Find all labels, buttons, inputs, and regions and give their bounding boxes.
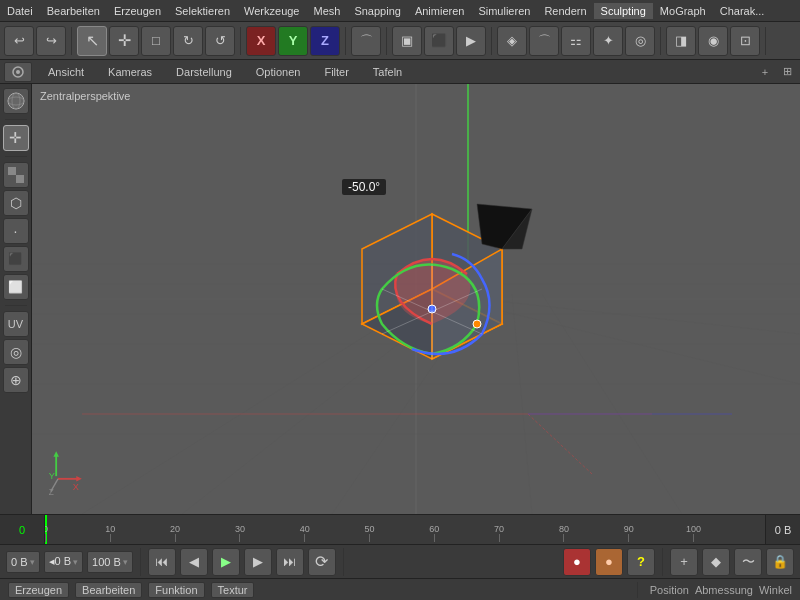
play-button[interactable]: ▶ [212, 548, 240, 576]
repeat-button[interactable]: ↺ [205, 26, 235, 56]
loop-button[interactable]: ⟳ [308, 548, 336, 576]
box-tool-button[interactable]: □ [141, 26, 171, 56]
film-button[interactable]: ▣ [392, 26, 422, 56]
status-bearbeiten[interactable]: Bearbeiten [75, 582, 142, 598]
create-tool-button[interactable]: ✛ [109, 26, 139, 56]
frame-sub-value: ◂0 B [49, 555, 72, 568]
frame-sub-arrow[interactable]: ▾ [73, 557, 78, 567]
cube-object [322, 194, 542, 414]
menu-simulieren[interactable]: Simulieren [471, 3, 537, 19]
status-right: Position Abmessung Winkel [650, 584, 792, 596]
poly-mode-button[interactable]: ⬜ [3, 274, 29, 300]
main-area: ✛ ⬡ · ⬛ ⬜ UV ◎ ⊕ [0, 84, 800, 514]
menu-rendern[interactable]: Rendern [537, 3, 593, 19]
help-button[interactable]: ? [627, 548, 655, 576]
record-button[interactable]: ● [563, 548, 591, 576]
transport-sep-1 [140, 548, 141, 576]
status-erzeugen[interactable]: Erzeugen [8, 582, 69, 598]
vp-expand-button[interactable]: + [756, 63, 774, 81]
timeline-tick: 70 [499, 515, 500, 544]
checkerboard-button[interactable] [3, 162, 29, 188]
viewport-options-icon[interactable] [4, 62, 32, 82]
left-toolbar: ✛ ⬡ · ⬛ ⬜ UV ◎ ⊕ [0, 84, 32, 514]
timeline-tick: 100 [693, 515, 694, 544]
svg-rect-7 [8, 175, 16, 183]
menu-mograph[interactable]: MoGraph [653, 3, 713, 19]
curve-button[interactable]: 〜 [734, 548, 762, 576]
svg-marker-41 [53, 451, 59, 457]
axis-button[interactable]: ⊕ [3, 367, 29, 393]
timeline-end-label: 0 B [765, 515, 800, 544]
floor-button[interactable]: ⊡ [730, 26, 760, 56]
timeline-tick: 90 [628, 515, 629, 544]
boole-button[interactable]: ◎ [625, 26, 655, 56]
menu-mesh[interactable]: Mesh [306, 3, 347, 19]
go-start-button[interactable]: ⏮ [148, 548, 176, 576]
snap-tool-button[interactable]: + [670, 548, 698, 576]
fracture-button[interactable]: ✦ [593, 26, 623, 56]
step-forward-button[interactable]: ▶ [244, 548, 272, 576]
render-region-button[interactable]: ⬛ [424, 26, 454, 56]
svg-line-21 [542, 294, 682, 514]
step-back-button[interactable]: ◀ [180, 548, 208, 576]
play-clip-button[interactable]: ▶ [456, 26, 486, 56]
transport-sep-2 [343, 548, 344, 576]
edge-mode-button[interactable]: ⬛ [3, 246, 29, 272]
record-orange-button[interactable]: ● [595, 548, 623, 576]
lock-button[interactable]: 🔒 [766, 548, 794, 576]
camera-button[interactable]: ◨ [666, 26, 696, 56]
key-button[interactable]: ◆ [702, 548, 730, 576]
menu-werkzeuge[interactable]: Werkzeuge [237, 3, 306, 19]
vp-menu-darstellung[interactable]: Darstellung [168, 64, 240, 80]
frame-sub-field[interactable]: ◂0 B ▾ [44, 551, 84, 573]
vp-menu-filter[interactable]: Filter [316, 64, 356, 80]
menu-datei[interactable]: Datei [0, 3, 40, 19]
snap-button[interactable]: ◎ [3, 339, 29, 365]
vp-menu-kameras[interactable]: Kameras [100, 64, 160, 80]
status-funktion[interactable]: Funktion [148, 582, 204, 598]
vp-menu-optionen[interactable]: Optionen [248, 64, 309, 80]
menu-bearbeiten[interactable]: Bearbeiten [40, 3, 107, 19]
bend-button[interactable]: ⌒ [529, 26, 559, 56]
frame-field[interactable]: 0 B ▾ [6, 551, 40, 573]
axis-z-button[interactable]: Z [310, 26, 340, 56]
surface-button[interactable]: ⬡ [3, 190, 29, 216]
wrap-button[interactable]: ⌒ [351, 26, 381, 56]
go-end-button[interactable]: ⏭ [276, 548, 304, 576]
menu-snapping[interactable]: Snapping [347, 3, 408, 19]
menu-selektieren[interactable]: Selektieren [168, 3, 237, 19]
axis-x-button[interactable]: X [246, 26, 276, 56]
menu-sculpting[interactable]: Sculpting [594, 3, 653, 19]
rotate-button[interactable]: ↻ [173, 26, 203, 56]
uvw-button[interactable]: UV [3, 311, 29, 337]
timeline-track[interactable]: 0102030405060708090100 [45, 515, 765, 544]
move-tool-button[interactable]: ✛ [3, 125, 29, 151]
frame-arrow[interactable]: ▾ [30, 557, 35, 567]
undo-button[interactable]: ↩ [4, 26, 34, 56]
menu-animieren[interactable]: Animieren [408, 3, 472, 19]
status-left: Erzeugen Bearbeiten Funktion Textur [8, 582, 254, 598]
timeline-tick: 30 [239, 515, 240, 544]
redo-button[interactable]: ↪ [36, 26, 66, 56]
status-textur[interactable]: Textur [211, 582, 255, 598]
viewport[interactable]: Zentralperspektive -50.0° [32, 84, 800, 514]
array-button[interactable]: ⚏ [561, 26, 591, 56]
point-mode-button[interactable]: · [3, 218, 29, 244]
vp-maximize-button[interactable]: ⊞ [778, 63, 796, 81]
frame-end-field[interactable]: 100 B ▾ [87, 551, 133, 573]
select-tool-button[interactable]: ↖ [77, 26, 107, 56]
vp-menu-tafeln[interactable]: Tafeln [365, 64, 410, 80]
menu-erzeugen[interactable]: Erzeugen [107, 3, 168, 19]
frame-end-arrow[interactable]: ▾ [123, 557, 128, 567]
view-sphere-button[interactable] [3, 88, 29, 114]
menu-charak[interactable]: Charak... [713, 3, 772, 19]
lt-sep-2 [5, 156, 27, 157]
frame-end-value: 100 B [92, 556, 121, 568]
vp-menu-ansicht[interactable]: Ansicht [40, 64, 92, 80]
light-button[interactable]: ◉ [698, 26, 728, 56]
toolbar-separator-1 [71, 27, 72, 55]
cube3d-button[interactable]: ◈ [497, 26, 527, 56]
timeline-tick: 0 [45, 515, 46, 544]
axis-y-button[interactable]: Y [278, 26, 308, 56]
svg-point-2 [8, 93, 24, 109]
